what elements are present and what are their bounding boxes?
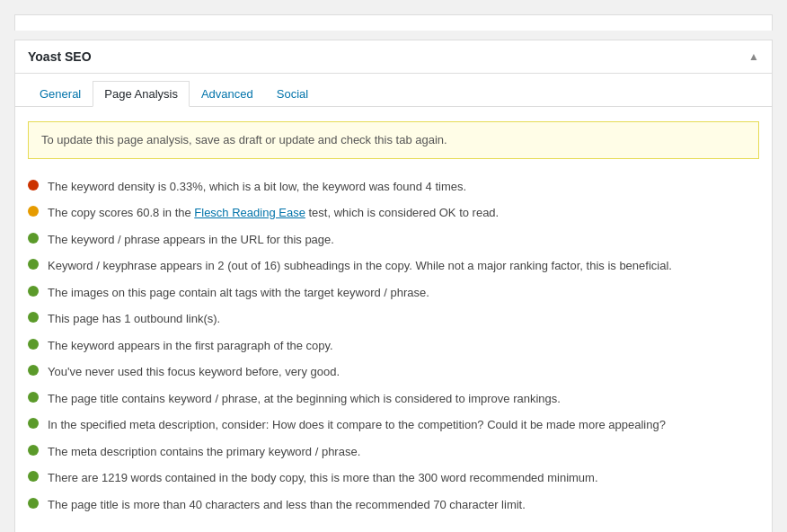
- status-dot-green: [28, 259, 39, 270]
- analysis-text: The images on this page contain alt tags…: [48, 284, 759, 302]
- analysis-text: Keyword / keyphrase appears in 2 (out of…: [48, 257, 759, 275]
- status-dot-green: [28, 445, 39, 456]
- tabs-bar: General Page Analysis Advanced Social: [15, 74, 772, 107]
- text-before: The copy scores 60.8 in the: [48, 206, 194, 219]
- yoast-title: Yoast SEO: [28, 49, 92, 64]
- status-dot-orange: [28, 206, 39, 217]
- list-item: The meta description contains the primar…: [28, 439, 759, 466]
- status-dot-green: [28, 233, 39, 244]
- yoast-panel-header: Yoast SEO ▲: [15, 40, 772, 74]
- analysis-text: The keyword appears in the first paragra…: [48, 337, 759, 355]
- collapse-icon[interactable]: ▲: [748, 50, 759, 63]
- status-dot-green: [28, 418, 39, 429]
- status-dot-green: [28, 286, 39, 297]
- list-item: The page title contains keyword / phrase…: [28, 386, 759, 412]
- analysis-list: The keyword density is 0.33%, which is a…: [28, 173, 759, 519]
- analysis-text: This page has 1 outbound link(s).: [48, 310, 759, 328]
- tab-advanced[interactable]: Advanced: [190, 81, 265, 107]
- text-after: test, which is considered OK to read.: [305, 206, 499, 219]
- list-item: You've never used this focus keyword bef…: [28, 359, 759, 386]
- notice-text: To update this page analysis, save as dr…: [41, 133, 447, 146]
- tab-social[interactable]: Social: [265, 81, 320, 107]
- list-item: The images on this page contain alt tags…: [28, 279, 759, 306]
- analysis-text: The page title is more than 40 character…: [48, 496, 759, 514]
- analysis-text: In the specified meta description, consi…: [48, 416, 759, 434]
- list-item: The page title is more than 40 character…: [28, 492, 759, 519]
- analysis-text: The meta description contains the primar…: [48, 443, 759, 461]
- status-dot-red: [28, 180, 39, 191]
- tab-general[interactable]: General: [28, 81, 93, 107]
- list-item: This page has 1 outbound link(s).: [28, 306, 759, 332]
- analysis-text: The keyword / phrase appears in the URL …: [48, 231, 759, 249]
- flesch-reading-ease-link[interactable]: Flesch Reading Ease: [194, 206, 305, 219]
- tab-content-page-analysis: To update this page analysis, save as dr…: [15, 107, 772, 532]
- yoast-seo-panel: Yoast SEO ▲ General Page Analysis Advanc…: [14, 40, 773, 532]
- status-dot-green: [28, 498, 39, 509]
- list-item: The keyword appears in the first paragra…: [28, 332, 759, 359]
- list-item: The copy scores 60.8 in the Flesch Readi…: [28, 200, 759, 226]
- analysis-text: The keyword density is 0.33%, which is a…: [48, 178, 759, 196]
- analysis-text: You've never used this focus keyword bef…: [48, 363, 759, 381]
- analysis-text: There are 1219 words contained in the bo…: [48, 469, 759, 487]
- top-decorative-bar: [14, 14, 773, 31]
- status-dot-green: [28, 312, 39, 323]
- list-item: In the specified meta description, consi…: [28, 412, 759, 439]
- notice-box: To update this page analysis, save as dr…: [28, 121, 759, 159]
- list-item: The keyword / phrase appears in the URL …: [28, 226, 759, 253]
- list-item: There are 1219 words contained in the bo…: [28, 465, 759, 492]
- analysis-text: The copy scores 60.8 in the Flesch Readi…: [48, 204, 759, 222]
- analysis-text: The page title contains keyword / phrase…: [48, 390, 759, 408]
- tab-page-analysis[interactable]: Page Analysis: [93, 81, 190, 107]
- status-dot-green: [28, 471, 39, 482]
- list-item: Keyword / keyphrase appears in 2 (out of…: [28, 253, 759, 279]
- status-dot-green: [28, 392, 39, 403]
- list-item: The keyword density is 0.33%, which is a…: [28, 173, 759, 200]
- status-dot-green: [28, 339, 39, 350]
- status-dot-green: [28, 365, 39, 376]
